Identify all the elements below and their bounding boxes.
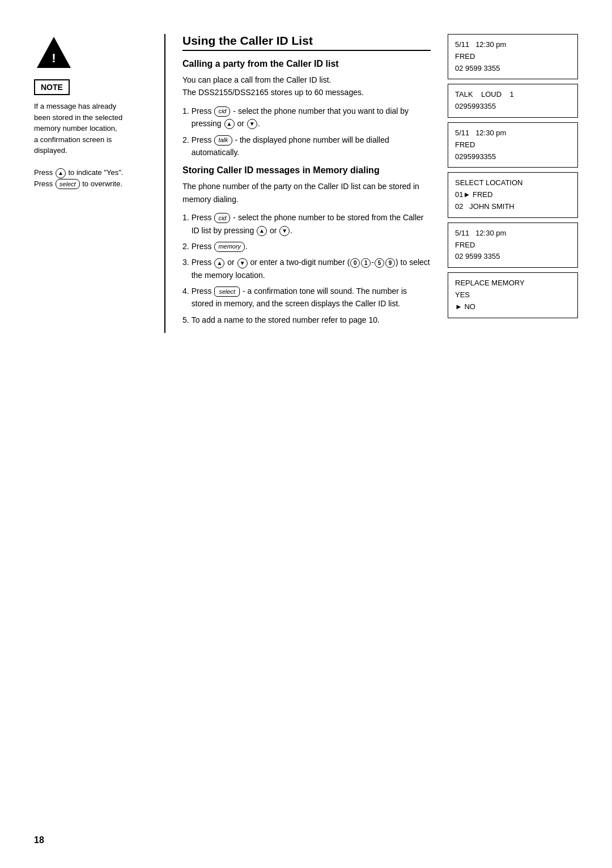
svg-text:!: ! <box>52 51 56 65</box>
calling-party-title: Calling a party from the Caller ID list <box>182 59 431 69</box>
display-box-2: TALK LOUD 1 0295993355 <box>448 84 578 118</box>
list-item: 2. Press talk - the displayed phone numb… <box>182 134 431 159</box>
note-triangle-icon: ! <box>34 34 74 74</box>
list-item: 1. Press cid - select the phone number t… <box>182 211 431 237</box>
step5-text: To add a name to the stored number refer… <box>192 314 431 326</box>
page-container: ! NOTE If a message has already been sto… <box>0 0 612 868</box>
num-5: 5 <box>375 258 384 268</box>
talk-button-1: talk <box>214 135 232 146</box>
page-number: 18 <box>34 835 44 845</box>
num-1: 1 <box>361 258 371 268</box>
display-box-1: 5/11 12:30 pm FRED 02 9599 3355 <box>448 34 578 79</box>
note-box: ! NOTE If a message has already been sto… <box>34 34 136 189</box>
down-arrow-btn-3: ▼ <box>237 258 248 268</box>
down-arrow-btn-1: ▼ <box>247 119 257 129</box>
list-item: 4. Press select - a confirmation tone wi… <box>182 285 431 310</box>
num-9: 9 <box>385 258 395 268</box>
display-box-4: SELECT LOCATION 01► FRED 02 JOHN SMITH <box>448 172 578 217</box>
select-button: select <box>214 287 240 297</box>
left-sidebar: ! NOTE If a message has already been sto… <box>34 34 147 333</box>
right-panel: 5/11 12:30 pm FRED 02 9599 3355 TALK LOU… <box>448 34 578 333</box>
calling-party-steps: 1. Press cid - select the phone number t… <box>182 105 431 159</box>
storing-title: Storing Caller ID messages in Memory dia… <box>182 165 431 176</box>
vertical-divider <box>164 34 165 333</box>
main-layout: ! NOTE If a message has already been sto… <box>0 34 612 333</box>
cid-button-2: cid <box>214 213 230 223</box>
up-arrow-btn-1: ▲ <box>224 119 235 129</box>
note-label: NOTE <box>34 79 70 95</box>
down-arrow-btn-2: ▼ <box>279 226 290 236</box>
storing-intro: The phone number of the party on the Cal… <box>182 180 431 206</box>
list-item: 1. Press cid - select the phone number t… <box>182 105 431 130</box>
calling-party-intro: You can place a call from the Caller ID … <box>182 74 431 99</box>
up-arrow-btn-note: ▲ <box>56 168 66 178</box>
select-btn-note: select <box>56 179 80 189</box>
display-box-6: REPLACE MEMORY YES ► NO <box>448 272 578 318</box>
talk-loud-number: 0295993355 <box>455 101 571 113</box>
note-text: If a message has already been stored in … <box>34 101 123 189</box>
page-title: Using the Caller ID List <box>182 34 431 51</box>
display-box-3: 5/11 12:30 pm FRED 0295993355 <box>448 122 578 168</box>
display-box-5: 5/11 12:30 pm FRED 02 9599 3355 <box>448 223 578 268</box>
up-arrow-btn-3: ▲ <box>214 258 224 268</box>
up-arrow-btn-2: ▲ <box>257 226 267 236</box>
list-item: 2. Press memory. <box>182 240 431 253</box>
list-item: 5. To add a name to the stored number re… <box>182 314 431 326</box>
middle-content: Using the Caller ID List Calling a party… <box>182 34 448 333</box>
storing-steps: 1. Press cid - select the phone number t… <box>182 211 431 326</box>
list-item: 3. Press ▲ or ▼ or enter a two-digit num… <box>182 256 431 281</box>
cid-button-1: cid <box>214 106 230 117</box>
memory-button: memory <box>214 242 245 252</box>
num-0: 0 <box>350 258 360 268</box>
